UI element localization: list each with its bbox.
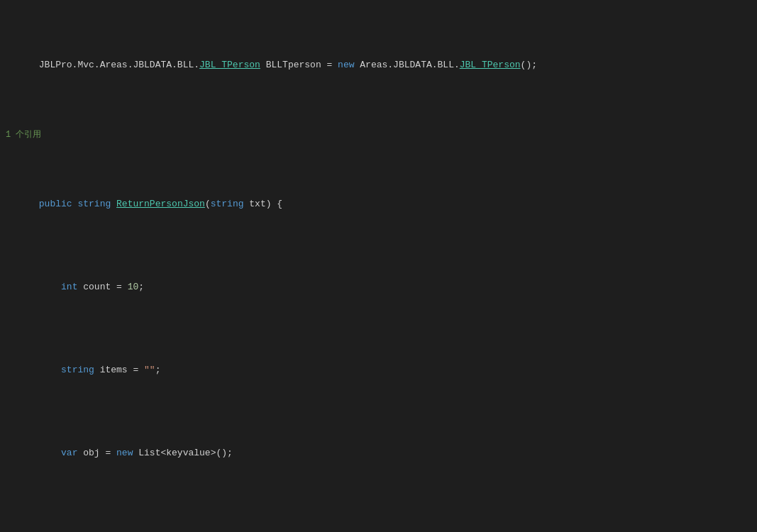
code-editor: JBLPro.Mvc.Areas.JBLDATA.BLL.JBL_TPerson… [0,0,757,532]
code-line: public string ReturnPersonJson(string tx… [0,183,757,225]
code-line: JBLPro.Mvc.Areas.JBLDATA.BLL.JBL_TPerson… [0,45,757,87]
reference-count: 1 个引用 [0,128,757,142]
code-line: var obj = new List<keyvalue>(); [0,432,757,474]
code-line: JBLPro.Mvc.Areas.JBLDATA.BLL.JBL_TPerson… [0,515,757,532]
code-line: string items = ""; [0,349,757,391]
code-line: int count = 10; [0,266,757,308]
